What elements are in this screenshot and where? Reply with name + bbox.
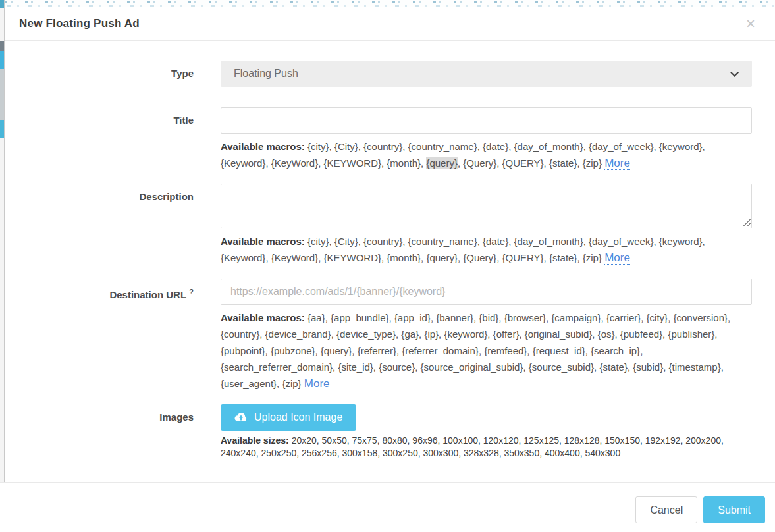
sidebar-segment bbox=[0, 8, 4, 41]
modal-footer: Cancel Submit bbox=[0, 482, 775, 532]
modal-title: New Floating Push Ad bbox=[19, 17, 140, 30]
destination-url-macros-label: Available macros: bbox=[221, 312, 305, 323]
close-icon[interactable]: × bbox=[741, 13, 761, 34]
title-macro-query-highlight: {query} bbox=[426, 157, 458, 169]
upload-button-label: Upload Icon Image bbox=[254, 412, 342, 423]
available-sizes-list: 20x20, 50x50, 75x75, 80x80, 96x96, 100x1… bbox=[221, 435, 724, 458]
title-input[interactable] bbox=[221, 107, 752, 134]
modal-body: Type Floating Push Title Available macro… bbox=[5, 41, 775, 460]
description-macros-text: Available macros: {city}, {City}, {count… bbox=[221, 233, 752, 266]
available-sizes-label: Available sizes: bbox=[221, 435, 289, 446]
title-macros-label: Available macros: bbox=[221, 141, 305, 152]
form-group-images: Images Upload Icon Image Available sizes… bbox=[21, 404, 752, 460]
type-select[interactable]: Floating Push bbox=[221, 61, 752, 87]
sidebar-segment bbox=[0, 0, 4, 8]
available-sizes-text: Available sizes: 20x20, 50x50, 75x75, 80… bbox=[221, 435, 752, 460]
form-group-destination-url: Destination URL ? Available macros: {aa}… bbox=[21, 279, 752, 392]
background-top-strip bbox=[5, 0, 775, 7]
sidebar-segment bbox=[0, 41, 4, 51]
new-floating-push-ad-modal: New Floating Push Ad × Type Floating Pus… bbox=[5, 7, 775, 532]
cloud-upload-icon bbox=[234, 413, 248, 423]
title-more-link[interactable]: More bbox=[604, 157, 630, 170]
modal-header: New Floating Push Ad × bbox=[5, 7, 775, 41]
destination-url-more-link[interactable]: More bbox=[304, 377, 330, 390]
description-more-link[interactable]: More bbox=[604, 252, 630, 265]
sidebar-segment-active bbox=[0, 51, 4, 69]
form-group-description: Description Available macros: {city}, {C… bbox=[21, 184, 752, 266]
form-group-type: Type Floating Push bbox=[21, 61, 752, 87]
destination-url-macros-list: {aa}, {app_bundle}, {app_id}, {banner}, … bbox=[221, 312, 730, 389]
submit-button[interactable]: Submit bbox=[703, 496, 765, 523]
destination-url-label-text: Destination URL bbox=[109, 289, 186, 300]
chevron-down-icon bbox=[730, 68, 739, 77]
destination-url-input[interactable] bbox=[221, 279, 752, 305]
title-macros-text: Available macros: {city}, {City}, {count… bbox=[221, 138, 752, 171]
type-label: Type bbox=[21, 61, 194, 87]
images-label: Images bbox=[21, 404, 194, 460]
help-question-icon[interactable]: ? bbox=[189, 288, 194, 296]
title-macros-after: , {Query}, {QUERY}, {state}, {zip} bbox=[458, 157, 602, 169]
destination-url-label: Destination URL ? bbox=[21, 279, 194, 392]
title-label: Title bbox=[21, 107, 194, 171]
sidebar-segment bbox=[0, 69, 4, 120]
type-select-value: Floating Push bbox=[234, 68, 298, 80]
description-textarea[interactable] bbox=[221, 184, 752, 228]
cancel-button[interactable]: Cancel bbox=[635, 496, 697, 523]
background-sidebar-strip bbox=[0, 0, 5, 483]
form-group-title: Title Available macros: {city}, {City}, … bbox=[21, 107, 752, 171]
upload-icon-image-button[interactable]: Upload Icon Image bbox=[221, 404, 356, 431]
description-macros-label: Available macros: bbox=[221, 236, 305, 247]
sidebar-segment bbox=[0, 138, 4, 483]
destination-url-macros-text: Available macros: {aa}, {app_bundle}, {a… bbox=[221, 309, 752, 392]
sidebar-segment bbox=[0, 120, 4, 138]
description-label: Description bbox=[21, 184, 194, 266]
